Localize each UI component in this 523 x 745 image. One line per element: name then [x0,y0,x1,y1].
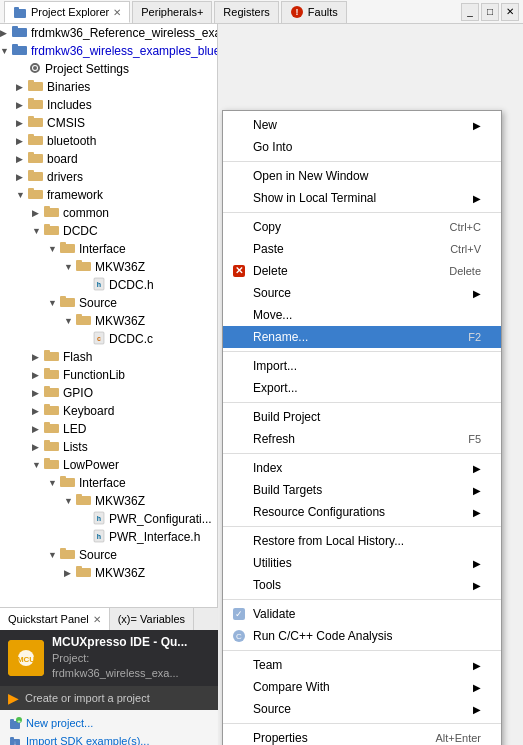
project-tree: ▶frdmkw36_Reference_wireless_examples_bl… [0,24,218,624]
tree-item-includes[interactable]: ▶Includes [0,96,217,114]
menu-item-go-into[interactable]: Go Into [223,136,501,158]
menu-item-copy[interactable]: CopyCtrl+C [223,216,501,238]
menu-item-tools[interactable]: Tools▶ [223,574,501,596]
menu-item-open-new-window[interactable]: Open in New Window [223,165,501,187]
menu-item-export[interactable]: Export... [223,377,501,399]
folder-icon [44,367,60,383]
project-explorer-icon [13,5,27,19]
ide-text: MCUXpresso IDE - Qu... Project: frdmkw36… [52,634,210,682]
folder-icon [44,421,60,437]
menu-item-build-project[interactable]: Build Project [223,406,501,428]
menu-item-validate[interactable]: ✓Validate [223,603,501,625]
menu-icon-import [231,358,247,374]
svg-rect-41 [44,350,50,354]
menu-item-source[interactable]: Source▶ [223,282,501,304]
menu-separator [223,650,501,651]
tree-item-keyboard[interactable]: ▶Keyboard [0,402,217,420]
folder-icon [76,313,92,329]
create-import-section[interactable]: ▶ Create or import a project [0,686,218,710]
minimize-btn[interactable]: _ [461,3,479,21]
tab-faults[interactable]: ! Faults [281,1,347,23]
tree-item-dcdc-c[interactable]: cDCDC.c [0,330,217,348]
tab-close-icon[interactable]: ✕ [113,7,121,18]
svg-rect-37 [76,314,82,318]
tree-item-gpio[interactable]: ▶GPIO [0,384,217,402]
tree-item-drivers[interactable]: ▶drivers [0,168,217,186]
tree-item-flash[interactable]: ▶Flash [0,348,217,366]
tree-item-mkw36z-interface[interactable]: ▼MKW36Z [0,258,217,276]
menu-item-run-cpp-analysis[interactable]: CRun C/C++ Code Analysis [223,625,501,647]
menu-item-source2[interactable]: Source▶ [223,698,501,720]
tree-item-lists[interactable]: ▶Lists [0,438,217,456]
tree-item-board[interactable]: ▶board [0,150,217,168]
menu-item-rename[interactable]: Rename...F2 [223,326,501,348]
tab-faults-label: Faults [308,6,338,18]
tab-registers[interactable]: Registers [214,1,278,23]
menu-item-compare-with[interactable]: Compare With▶ [223,676,501,698]
tree-item-lp-interface[interactable]: ▼Interface [0,474,217,492]
tab-project-explorer[interactable]: Project Explorer ✕ [4,1,130,23]
tree-item-label: drivers [47,170,83,184]
expand-arrow: ▼ [0,46,12,56]
tree-item-root1[interactable]: ▶frdmkw36_Reference_wireless_examples_bl… [0,24,217,42]
menu-item-move[interactable]: Move... [223,304,501,326]
tree-item-settings[interactable]: Project Settings [0,60,217,78]
tree-item-dcdc-interface[interactable]: ▼Interface [0,240,217,258]
tree-item-framework[interactable]: ▼framework [0,186,217,204]
import-sdk-button[interactable]: ↓ Import SDK example(s)... [8,732,210,745]
tree-item-dcdc-h[interactable]: hDCDC.h [0,276,217,294]
tree-item-dcdc[interactable]: ▼DCDC [0,222,217,240]
tree-item-common[interactable]: ▶common [0,204,217,222]
tree-item-root2[interactable]: ▼frdmkw36_wireless_examples_bluetooth_be… [0,42,217,60]
folder-icon [28,169,44,185]
menu-item-show-local-terminal[interactable]: Show in Local Terminal▶ [223,187,501,209]
folder-icon [76,565,92,581]
menu-item-restore-history[interactable]: Restore from Local History... [223,530,501,552]
tree-item-led[interactable]: ▶LED [0,420,217,438]
tree-item-label: Flash [63,350,92,364]
tree-item-lp-source[interactable]: ▼Source [0,546,217,564]
menu-item-new[interactable]: New▶ [223,114,501,136]
menu-icon-source [231,285,247,301]
new-project-button[interactable]: + New project... [8,714,210,732]
tab-peripherals[interactable]: Peripherals+ [132,1,212,23]
tree-item-lp-mkw36z-src[interactable]: ▶MKW36Z [0,564,217,582]
menu-item-team[interactable]: Team▶ [223,654,501,676]
menu-item-label-team: Team [253,658,473,672]
menu-separator [223,402,501,403]
tree-item-label: LowPower [63,458,119,472]
variables-tab[interactable]: (x)= Variables [110,608,194,630]
menu-item-paste[interactable]: PasteCtrl+V [223,238,501,260]
tab-bar-actions: _ □ ✕ [461,3,519,21]
tree-item-functionlib[interactable]: ▶FunctionLib [0,366,217,384]
menu-item-import[interactable]: Import... [223,355,501,377]
menu-arrow-show-local-terminal: ▶ [473,193,481,204]
tree-item-bluetooth[interactable]: ▶bluetooth [0,132,217,150]
quickstart-tab[interactable]: Quickstart Panel ✕ [0,608,110,630]
menu-item-build-targets[interactable]: Build Targets▶ [223,479,501,501]
svg-rect-13 [28,98,34,102]
tree-item-lp-mkw36z[interactable]: ▼MKW36Z [0,492,217,510]
menu-item-label-source: Source [253,286,473,300]
tree-item-mkw36z-source[interactable]: ▼MKW36Z [0,312,217,330]
close-btn[interactable]: ✕ [501,3,519,21]
menu-item-delete[interactable]: ✕DeleteDelete [223,260,501,282]
tree-item-pwr-config[interactable]: hPWR_Configurati... [0,510,217,528]
menu-item-resource-configurations[interactable]: Resource Configurations▶ [223,501,501,523]
tree-item-lowpower[interactable]: ▼LowPower [0,456,217,474]
expand-arrow: ▶ [32,442,44,452]
tree-item-dcdc-source[interactable]: ▼Source [0,294,217,312]
quickstart-tab-close[interactable]: ✕ [93,614,101,625]
svg-point-9 [33,66,37,70]
tree-item-pwr-interface[interactable]: hPWR_Interface.h [0,528,217,546]
tree-item-cmsis[interactable]: ▶CMSIS [0,114,217,132]
menu-item-refresh[interactable]: RefreshF5 [223,428,501,450]
maximize-btn[interactable]: □ [481,3,499,21]
menu-icon-rename [231,329,247,345]
menu-item-index[interactable]: Index▶ [223,457,501,479]
expand-arrow: ▼ [48,478,60,488]
menu-item-properties[interactable]: PropertiesAlt+Enter [223,727,501,745]
tree-item-binaries[interactable]: ▶Binaries [0,78,217,96]
menu-item-label-restore-history: Restore from Local History... [253,534,481,548]
menu-item-utilities[interactable]: Utilities▶ [223,552,501,574]
